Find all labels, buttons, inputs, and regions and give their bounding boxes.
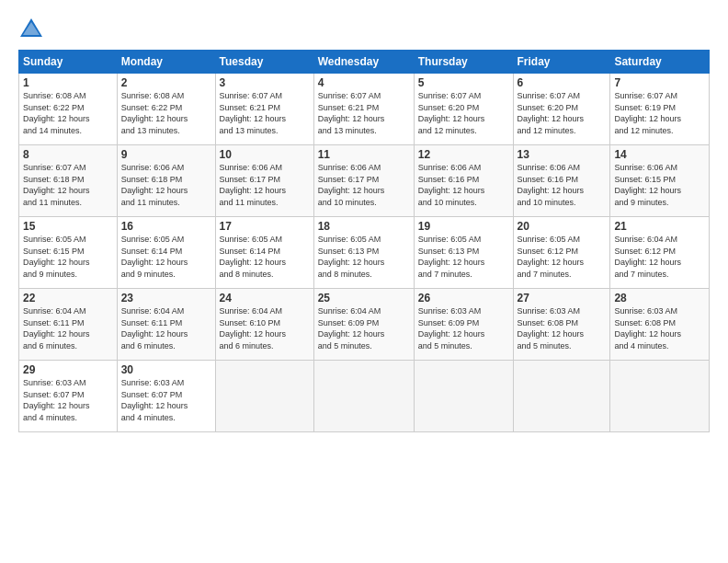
weekday-sunday: Sunday <box>19 51 118 74</box>
day-number: 29 <box>23 363 113 376</box>
calendar-cell <box>513 361 610 432</box>
weekday-thursday: Thursday <box>414 51 513 74</box>
calendar-cell: 20Sunrise: 6:05 AM Sunset: 6:12 PM Dayli… <box>513 217 610 289</box>
day-number: 11 <box>318 148 410 161</box>
day-number: 9 <box>121 148 211 161</box>
day-info: Sunrise: 6:07 AM Sunset: 6:21 PM Dayligh… <box>220 90 310 136</box>
day-info: Sunrise: 6:08 AM Sunset: 6:22 PM Dayligh… <box>121 90 211 136</box>
weekday-monday: Monday <box>117 51 215 74</box>
calendar-cell: 23Sunrise: 6:04 AM Sunset: 6:11 PM Dayli… <box>117 289 215 361</box>
calendar-cell: 30Sunrise: 6:03 AM Sunset: 6:07 PM Dayli… <box>117 361 215 432</box>
week-row-2: 8Sunrise: 6:07 AM Sunset: 6:18 PM Daylig… <box>19 145 710 217</box>
day-number: 12 <box>418 148 509 161</box>
day-info: Sunrise: 6:05 AM Sunset: 6:13 PM Dayligh… <box>418 234 509 280</box>
calendar-cell: 8Sunrise: 6:07 AM Sunset: 6:18 PM Daylig… <box>19 145 118 217</box>
calendar-cell: 15Sunrise: 6:05 AM Sunset: 6:15 PM Dayli… <box>19 217 118 289</box>
calendar-cell: 18Sunrise: 6:05 AM Sunset: 6:13 PM Dayli… <box>313 217 414 289</box>
day-info: Sunrise: 6:05 AM Sunset: 6:12 PM Dayligh… <box>518 234 607 280</box>
weekday-saturday: Saturday <box>610 51 710 74</box>
day-number: 1 <box>23 76 113 89</box>
day-info: Sunrise: 6:04 AM Sunset: 6:10 PM Dayligh… <box>220 305 310 351</box>
calendar-cell: 17Sunrise: 6:05 AM Sunset: 6:14 PM Dayli… <box>215 217 313 289</box>
day-info: Sunrise: 6:04 AM Sunset: 6:12 PM Dayligh… <box>614 234 705 280</box>
day-info: Sunrise: 6:06 AM Sunset: 6:18 PM Dayligh… <box>121 162 211 208</box>
day-number: 7 <box>614 76 705 89</box>
day-info: Sunrise: 6:06 AM Sunset: 6:17 PM Dayligh… <box>220 162 310 208</box>
calendar-cell <box>313 361 414 432</box>
day-number: 16 <box>121 220 211 233</box>
calendar-cell: 5Sunrise: 6:07 AM Sunset: 6:20 PM Daylig… <box>414 74 513 145</box>
day-info: Sunrise: 6:03 AM Sunset: 6:08 PM Dayligh… <box>518 305 607 351</box>
calendar-cell: 21Sunrise: 6:04 AM Sunset: 6:12 PM Dayli… <box>610 217 710 289</box>
day-number: 27 <box>518 292 607 304</box>
day-number: 23 <box>121 292 211 304</box>
calendar-cell: 1Sunrise: 6:08 AM Sunset: 6:22 PM Daylig… <box>19 74 118 145</box>
day-number: 26 <box>418 292 509 304</box>
day-number: 28 <box>614 292 705 304</box>
calendar-cell: 4Sunrise: 6:07 AM Sunset: 6:21 PM Daylig… <box>313 74 414 145</box>
day-number: 22 <box>23 292 113 304</box>
week-row-1: 1Sunrise: 6:08 AM Sunset: 6:22 PM Daylig… <box>19 74 710 145</box>
day-number: 24 <box>220 292 310 304</box>
calendar-cell: 11Sunrise: 6:06 AM Sunset: 6:17 PM Dayli… <box>313 145 414 217</box>
day-info: Sunrise: 6:08 AM Sunset: 6:22 PM Dayligh… <box>23 90 113 136</box>
day-number: 30 <box>121 363 211 376</box>
day-number: 13 <box>518 148 607 161</box>
day-info: Sunrise: 6:04 AM Sunset: 6:11 PM Dayligh… <box>23 305 113 351</box>
day-number: 17 <box>220 220 310 233</box>
header <box>18 17 710 42</box>
day-info: Sunrise: 6:03 AM Sunset: 6:08 PM Dayligh… <box>614 305 705 351</box>
day-number: 3 <box>220 76 310 89</box>
calendar-cell: 28Sunrise: 6:03 AM Sunset: 6:08 PM Dayli… <box>610 289 710 361</box>
day-number: 6 <box>518 76 607 89</box>
day-number: 14 <box>614 148 705 161</box>
weekday-header: SundayMondayTuesdayWednesdayThursdayFrid… <box>19 51 710 74</box>
day-info: Sunrise: 6:03 AM Sunset: 6:09 PM Dayligh… <box>418 305 509 351</box>
calendar-cell: 29Sunrise: 6:03 AM Sunset: 6:07 PM Dayli… <box>19 361 118 432</box>
day-info: Sunrise: 6:06 AM Sunset: 6:17 PM Dayligh… <box>318 162 410 208</box>
logo-icon <box>18 17 44 42</box>
calendar-cell <box>215 361 313 432</box>
day-number: 4 <box>318 76 410 89</box>
calendar-cell: 22Sunrise: 6:04 AM Sunset: 6:11 PM Dayli… <box>19 289 118 361</box>
calendar-cell: 2Sunrise: 6:08 AM Sunset: 6:22 PM Daylig… <box>117 74 215 145</box>
day-info: Sunrise: 6:06 AM Sunset: 6:15 PM Dayligh… <box>614 162 705 208</box>
weekday-wednesday: Wednesday <box>313 51 414 74</box>
calendar-cell: 14Sunrise: 6:06 AM Sunset: 6:15 PM Dayli… <box>610 145 710 217</box>
calendar-cell: 13Sunrise: 6:06 AM Sunset: 6:16 PM Dayli… <box>513 145 610 217</box>
week-row-4: 22Sunrise: 6:04 AM Sunset: 6:11 PM Dayli… <box>19 289 710 361</box>
weekday-tuesday: Tuesday <box>215 51 313 74</box>
day-info: Sunrise: 6:05 AM Sunset: 6:14 PM Dayligh… <box>220 234 310 280</box>
calendar-cell: 3Sunrise: 6:07 AM Sunset: 6:21 PM Daylig… <box>215 74 313 145</box>
calendar-cell: 19Sunrise: 6:05 AM Sunset: 6:13 PM Dayli… <box>414 217 513 289</box>
calendar-body: 1Sunrise: 6:08 AM Sunset: 6:22 PM Daylig… <box>19 74 710 432</box>
day-info: Sunrise: 6:06 AM Sunset: 6:16 PM Dayligh… <box>418 162 509 208</box>
calendar-cell: 6Sunrise: 6:07 AM Sunset: 6:20 PM Daylig… <box>513 74 610 145</box>
calendar-cell: 25Sunrise: 6:04 AM Sunset: 6:09 PM Dayli… <box>313 289 414 361</box>
day-number: 15 <box>23 220 113 233</box>
day-number: 19 <box>418 220 509 233</box>
calendar-cell: 9Sunrise: 6:06 AM Sunset: 6:18 PM Daylig… <box>117 145 215 217</box>
day-info: Sunrise: 6:03 AM Sunset: 6:07 PM Dayligh… <box>23 377 113 423</box>
day-number: 2 <box>121 76 211 89</box>
day-info: Sunrise: 6:05 AM Sunset: 6:15 PM Dayligh… <box>23 234 113 280</box>
day-info: Sunrise: 6:03 AM Sunset: 6:07 PM Dayligh… <box>121 377 211 423</box>
calendar-cell: 26Sunrise: 6:03 AM Sunset: 6:09 PM Dayli… <box>414 289 513 361</box>
day-info: Sunrise: 6:07 AM Sunset: 6:20 PM Dayligh… <box>418 90 509 136</box>
day-info: Sunrise: 6:06 AM Sunset: 6:16 PM Dayligh… <box>518 162 607 208</box>
day-info: Sunrise: 6:04 AM Sunset: 6:11 PM Dayligh… <box>121 305 211 351</box>
day-number: 10 <box>220 148 310 161</box>
calendar: SundayMondayTuesdayWednesdayThursdayFrid… <box>18 50 710 432</box>
day-number: 20 <box>518 220 607 233</box>
day-number: 8 <box>23 148 113 161</box>
calendar-cell: 24Sunrise: 6:04 AM Sunset: 6:10 PM Dayli… <box>215 289 313 361</box>
calendar-cell: 12Sunrise: 6:06 AM Sunset: 6:16 PM Dayli… <box>414 145 513 217</box>
calendar-cell: 7Sunrise: 6:07 AM Sunset: 6:19 PM Daylig… <box>610 74 710 145</box>
logo <box>18 17 48 42</box>
calendar-cell: 27Sunrise: 6:03 AM Sunset: 6:08 PM Dayli… <box>513 289 610 361</box>
day-number: 18 <box>318 220 410 233</box>
calendar-cell: 10Sunrise: 6:06 AM Sunset: 6:17 PM Dayli… <box>215 145 313 217</box>
day-info: Sunrise: 6:07 AM Sunset: 6:18 PM Dayligh… <box>23 162 113 208</box>
day-info: Sunrise: 6:04 AM Sunset: 6:09 PM Dayligh… <box>318 305 410 351</box>
day-number: 25 <box>318 292 410 304</box>
